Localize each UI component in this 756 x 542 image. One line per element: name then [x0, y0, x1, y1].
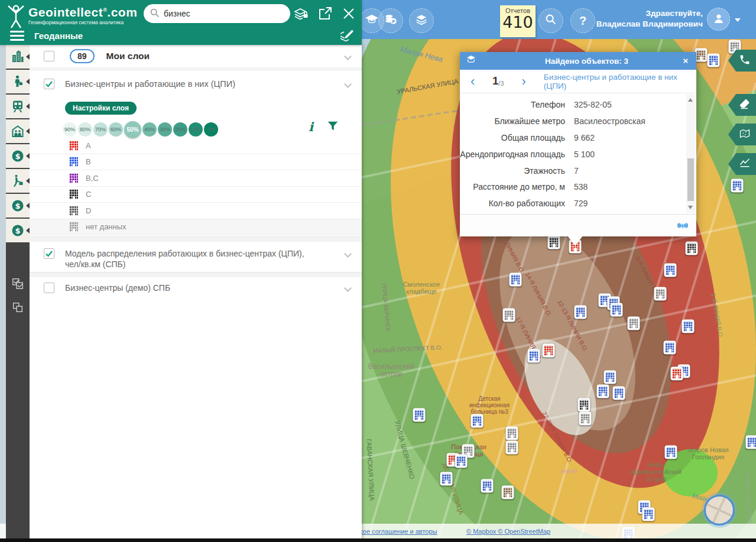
- business-center-marker[interactable]: [654, 287, 667, 301]
- business-center-marker[interactable]: [665, 446, 677, 459]
- user-menu-caret[interactable]: [735, 18, 741, 22]
- chevron-down-icon[interactable]: [344, 284, 352, 292]
- chevron-down-icon[interactable]: [344, 250, 352, 258]
- attribute-label: Арендопригодная площадь: [460, 149, 565, 160]
- sidebar-tool-courier-icon[interactable]: [6, 169, 30, 193]
- attribute-row: Этажность7: [460, 165, 679, 177]
- my-layers-checkbox[interactable]: [44, 51, 54, 61]
- tariff-tool-button[interactable]: P: [378, 8, 403, 33]
- chevron-down-icon[interactable]: [344, 53, 352, 60]
- business-center-marker[interactable]: [695, 48, 708, 62]
- scroll-down-icon[interactable]: [688, 206, 693, 209]
- business-center-marker[interactable]: [481, 479, 494, 493]
- opacity-option-10%[interactable]: 10%: [189, 122, 203, 137]
- business-center-marker[interactable]: [604, 371, 617, 384]
- sidebar-tool-money-icon[interactable]: $: [6, 219, 30, 242]
- layers-edit-icon[interactable]: [339, 28, 355, 43]
- export-icon[interactable]: [317, 6, 333, 21]
- layer-settings-button[interactable]: Настройки слоя: [65, 102, 137, 115]
- business-center-marker[interactable]: [613, 387, 625, 400]
- building-icon: [69, 189, 78, 199]
- business-center-marker[interactable]: [643, 508, 655, 521]
- business-center-marker[interactable]: [597, 385, 609, 398]
- business-center-marker[interactable]: [528, 349, 540, 363]
- opacity-option-90%[interactable]: 90%: [63, 122, 77, 137]
- model-layer-row[interactable]: Модель распределения работающих в бизнес…: [30, 248, 362, 270]
- filter-icon[interactable]: [326, 119, 339, 132]
- avatar[interactable]: [707, 8, 730, 31]
- demo-layer-row[interactable]: Бизнес-центры (демо) СПБ: [30, 283, 362, 293]
- minimap-button[interactable]: [704, 495, 735, 525]
- business-center-marker[interactable]: [502, 486, 514, 499]
- search-tool-button[interactable]: [538, 8, 563, 33]
- business-center-marker[interactable]: [413, 408, 426, 422]
- sidebar-tool-businessman-icon[interactable]: [6, 70, 30, 93]
- opacity-option-70%[interactable]: 70%: [93, 122, 108, 137]
- sidebar-tool-community-icon[interactable]: [6, 119, 30, 143]
- business-center-marker[interactable]: [731, 179, 744, 193]
- business-center-marker[interactable]: [686, 242, 698, 255]
- business-center-marker[interactable]: [708, 54, 720, 67]
- layers-lock-icon[interactable]: [293, 6, 309, 21]
- model-layer-checkbox[interactable]: [44, 248, 54, 259]
- opacity-option-60%[interactable]: 60%: [109, 122, 123, 137]
- butterfly-icon[interactable]: [675, 218, 690, 233]
- chevron-down-icon[interactable]: [344, 80, 352, 88]
- my-layers-row[interactable]: 89 Мои слои: [30, 45, 362, 71]
- business-center-marker[interactable]: [611, 303, 623, 317]
- layers-tool-button[interactable]: [409, 8, 434, 33]
- layer-legend: ABB,CCDнет данных: [30, 138, 362, 235]
- search-input[interactable]: [164, 9, 276, 18]
- business-center-marker[interactable]: [506, 427, 518, 440]
- close-icon[interactable]: ×: [681, 56, 690, 66]
- business-center-marker[interactable]: [503, 309, 515, 322]
- opacity-option-40%[interactable]: 40%: [142, 122, 157, 137]
- mapbox-osm-link[interactable]: © Mapbox © OpenStreetMap: [466, 528, 550, 535]
- help-button[interactable]: ?: [570, 8, 595, 33]
- business-center-marker[interactable]: [579, 412, 592, 426]
- business-centers-label: Бизнес-центры и работающие в них (ЦПИ): [65, 79, 235, 89]
- business-center-marker[interactable]: [671, 367, 683, 381]
- sidebar-tool-city-icon[interactable]: [6, 45, 30, 69]
- business-centers-row[interactable]: Бизнес-центры и работающие в них (ЦПИ): [30, 74, 362, 93]
- opacity-option-20%[interactable]: 20%: [173, 122, 187, 137]
- sidebar-tool-train-icon[interactable]: [6, 95, 30, 118]
- business-center-marker[interactable]: [510, 273, 522, 287]
- business-center-marker[interactable]: [471, 414, 484, 428]
- business-center-marker[interactable]: [548, 236, 560, 249]
- opacity-option-50%[interactable]: 50%: [124, 121, 141, 138]
- sidebar-tool-money-icon[interactable]: $: [6, 144, 30, 168]
- popup-layer-link[interactable]: Бизнес-центры и работающие в них (ЦПИ): [544, 73, 696, 90]
- prev-page-button[interactable]: ‹: [468, 75, 477, 88]
- business-center-marker[interactable]: [664, 264, 677, 277]
- business-center-marker[interactable]: [664, 341, 676, 355]
- business-center-marker[interactable]: [575, 306, 587, 319]
- business-center-marker[interactable]: [506, 441, 518, 455]
- business-center-marker[interactable]: [455, 455, 468, 468]
- demo-layer-checkbox[interactable]: [44, 283, 54, 293]
- business-center-marker[interactable]: [628, 317, 640, 330]
- scrollbar-thumb[interactable]: [687, 158, 694, 201]
- sidebar-tool-mail-check-icon[interactable]: [6, 272, 30, 296]
- business-center-marker[interactable]: [682, 320, 695, 333]
- building-icon: [69, 157, 78, 167]
- layers-icon: [460, 54, 477, 68]
- opacity-option-80%[interactable]: 80%: [78, 122, 92, 137]
- reports-note[interactable]: Отчетов 410: [500, 5, 536, 37]
- menu-icon[interactable]: [10, 31, 24, 41]
- scroll-up-icon[interactable]: [688, 98, 693, 102]
- business-center-marker[interactable]: [543, 344, 555, 358]
- business-center-marker[interactable]: [746, 436, 756, 449]
- popup-scrollbar[interactable]: [686, 95, 695, 213]
- opacity-option-0%[interactable]: 0%: [204, 122, 218, 137]
- eraser-icon: [739, 98, 751, 112]
- close-icon[interactable]: [341, 6, 356, 21]
- business-centers-checkbox[interactable]: [44, 79, 54, 89]
- opacity-option-30%[interactable]: 30%: [158, 122, 172, 137]
- sidebar-tool-copy-icon[interactable]: [6, 296, 30, 319]
- business-center-marker[interactable]: [578, 398, 590, 412]
- info-icon[interactable]: i: [309, 119, 313, 134]
- business-center-marker[interactable]: [440, 472, 453, 486]
- next-page-button[interactable]: ›: [520, 75, 528, 88]
- sidebar-tool-money-icon[interactable]: $: [6, 194, 30, 218]
